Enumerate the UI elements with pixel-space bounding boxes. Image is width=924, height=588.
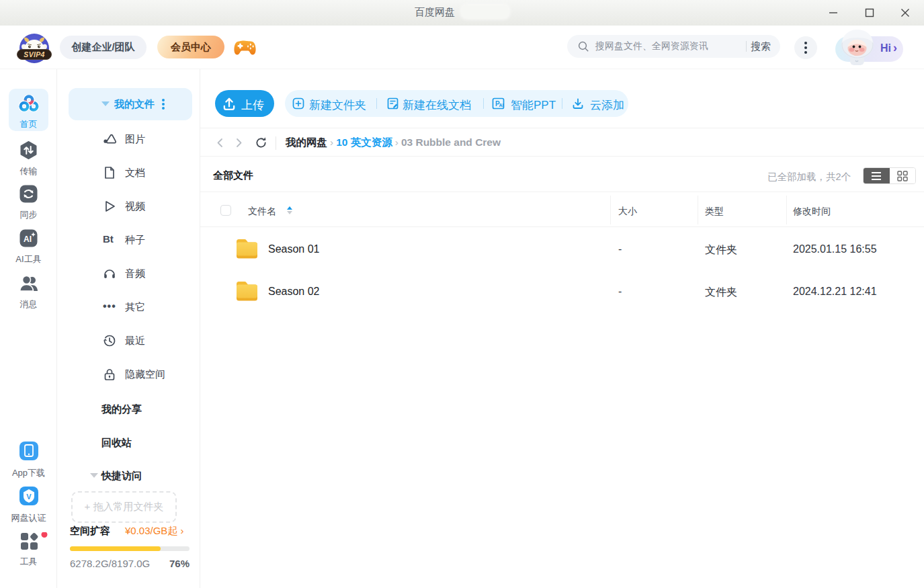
svg-text:AI: AI	[499, 103, 504, 108]
svg-text:AI: AI	[24, 235, 32, 244]
svg-text:V: V	[26, 493, 32, 501]
